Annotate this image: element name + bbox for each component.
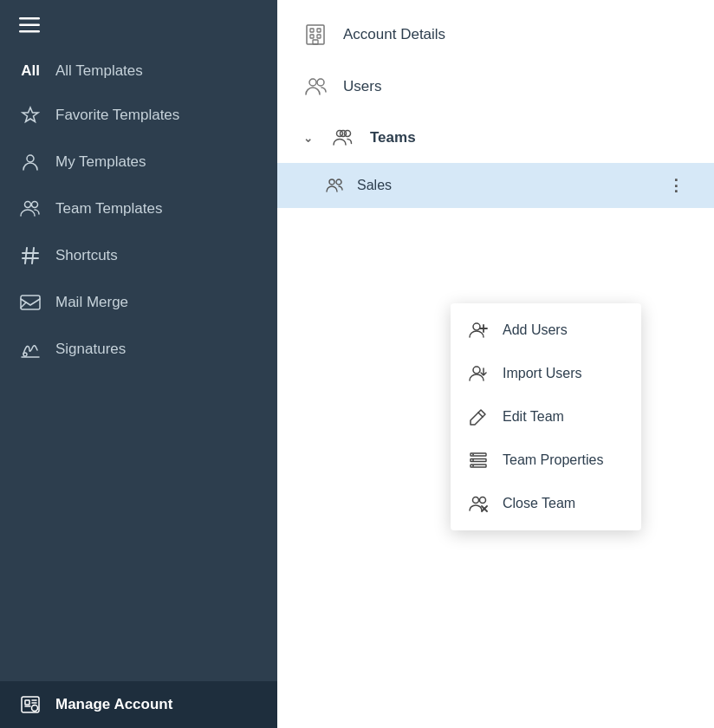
chevron-down-icon: ⌄ bbox=[303, 132, 313, 145]
team-properties-label: Team Properties bbox=[503, 452, 604, 468]
svg-line-38 bbox=[478, 413, 483, 417]
svg-point-4 bbox=[25, 202, 31, 208]
users-item[interactable]: Users bbox=[277, 61, 714, 113]
teams-sub-item-sales[interactable]: Sales ⋮ bbox=[277, 163, 714, 208]
import-users-label: Import Users bbox=[503, 366, 582, 381]
sidebar-item-favorite-templates[interactable]: Favorite Templates bbox=[0, 92, 277, 139]
sidebar-item-label: Mail Merge bbox=[55, 294, 128, 311]
three-dot-menu[interactable]: ⋮ bbox=[664, 173, 688, 198]
main-content: Account Details Users ⌄ bbox=[277, 0, 714, 728]
teams-section: ⌄ Teams bbox=[277, 113, 714, 208]
account-details-label: Account Details bbox=[343, 26, 445, 43]
sidebar-item-label: My Templates bbox=[55, 153, 146, 171]
all-label: All bbox=[19, 62, 42, 80]
svg-rect-0 bbox=[19, 17, 40, 20]
svg-point-46 bbox=[480, 497, 486, 504]
add-users-label: Add Users bbox=[503, 322, 568, 338]
context-menu: Add Users Import Users bbox=[451, 303, 641, 530]
svg-point-12 bbox=[23, 353, 27, 356]
add-users-icon bbox=[468, 320, 489, 341]
sidebar-item-all-templates[interactable]: All All Templates bbox=[0, 50, 277, 92]
edit-team-label: Edit Team bbox=[503, 409, 564, 425]
account-panel: Account Details Users ⌄ bbox=[277, 0, 714, 728]
sidebar-item-signatures[interactable]: Signatures bbox=[0, 326, 277, 373]
svg-rect-15 bbox=[25, 700, 29, 705]
signature-icon bbox=[19, 338, 42, 361]
pencil-icon bbox=[468, 406, 489, 427]
sidebar-item-label: All Templates bbox=[55, 62, 143, 80]
sidebar-item-my-templates[interactable]: My Templates bbox=[0, 139, 277, 185]
context-menu-edit-team[interactable]: Edit Team bbox=[451, 395, 641, 439]
svg-point-34 bbox=[473, 323, 480, 330]
svg-line-7 bbox=[32, 248, 34, 263]
context-menu-team-properties[interactable]: Team Properties bbox=[451, 439, 641, 482]
svg-rect-25 bbox=[317, 35, 321, 38]
import-users-icon bbox=[468, 363, 489, 384]
svg-line-6 bbox=[25, 248, 27, 263]
sidebar-item-team-templates[interactable]: Team Templates bbox=[0, 185, 277, 232]
svg-point-27 bbox=[309, 79, 316, 86]
sidebar-nav: All All Templates Favorite Templates My … bbox=[0, 50, 277, 728]
list-icon bbox=[468, 450, 489, 471]
svg-line-11 bbox=[21, 302, 26, 308]
svg-rect-21 bbox=[307, 25, 324, 44]
teams-label: Teams bbox=[370, 129, 416, 146]
svg-rect-2 bbox=[19, 30, 40, 33]
svg-rect-22 bbox=[310, 29, 314, 32]
star-icon bbox=[19, 104, 42, 127]
sidebar-item-label: Manage Account bbox=[55, 696, 172, 713]
svg-rect-24 bbox=[310, 35, 314, 38]
svg-point-45 bbox=[473, 497, 479, 504]
sidebar-item-label: Signatures bbox=[55, 341, 126, 358]
sidebar-item-label: Team Templates bbox=[55, 200, 162, 218]
close-team-icon bbox=[468, 493, 489, 514]
sales-label: Sales bbox=[357, 178, 392, 193]
sidebar: All All Templates Favorite Templates My … bbox=[0, 0, 277, 728]
building-icon bbox=[303, 23, 328, 47]
sidebar-item-manage-account[interactable]: Manage Account bbox=[0, 681, 277, 728]
svg-point-5 bbox=[32, 202, 38, 208]
users-label: Users bbox=[343, 78, 381, 95]
svg-rect-23 bbox=[317, 29, 321, 32]
hash-icon bbox=[19, 244, 42, 267]
svg-rect-10 bbox=[21, 296, 40, 309]
users-icon bbox=[303, 75, 328, 99]
svg-point-16 bbox=[32, 705, 38, 712]
context-menu-close-team[interactable]: Close Team bbox=[451, 482, 641, 525]
svg-point-37 bbox=[473, 367, 480, 374]
context-menu-import-users[interactable]: Import Users bbox=[451, 352, 641, 395]
svg-point-32 bbox=[329, 179, 334, 185]
context-menu-add-users[interactable]: Add Users bbox=[451, 309, 641, 352]
teams-icon bbox=[332, 127, 354, 149]
sidebar-item-shortcuts[interactable]: Shortcuts bbox=[0, 232, 277, 279]
mail-icon bbox=[19, 291, 42, 314]
svg-point-33 bbox=[336, 179, 341, 185]
svg-point-28 bbox=[317, 79, 324, 86]
team-icon bbox=[19, 198, 42, 220]
teams-header[interactable]: ⌄ Teams bbox=[277, 113, 714, 163]
hamburger-menu[interactable] bbox=[0, 0, 277, 50]
sidebar-item-mail-merge[interactable]: Mail Merge bbox=[0, 279, 277, 326]
close-team-label: Close Team bbox=[503, 496, 575, 511]
sidebar-item-label: Favorite Templates bbox=[55, 107, 179, 124]
account-details-item[interactable]: Account Details bbox=[277, 9, 714, 61]
sales-team-icon bbox=[326, 176, 345, 195]
person-icon bbox=[19, 151, 42, 173]
svg-point-3 bbox=[27, 155, 34, 162]
svg-rect-1 bbox=[19, 24, 40, 27]
sidebar-item-label: Shortcuts bbox=[55, 247, 118, 264]
manage-account-icon bbox=[19, 693, 42, 716]
